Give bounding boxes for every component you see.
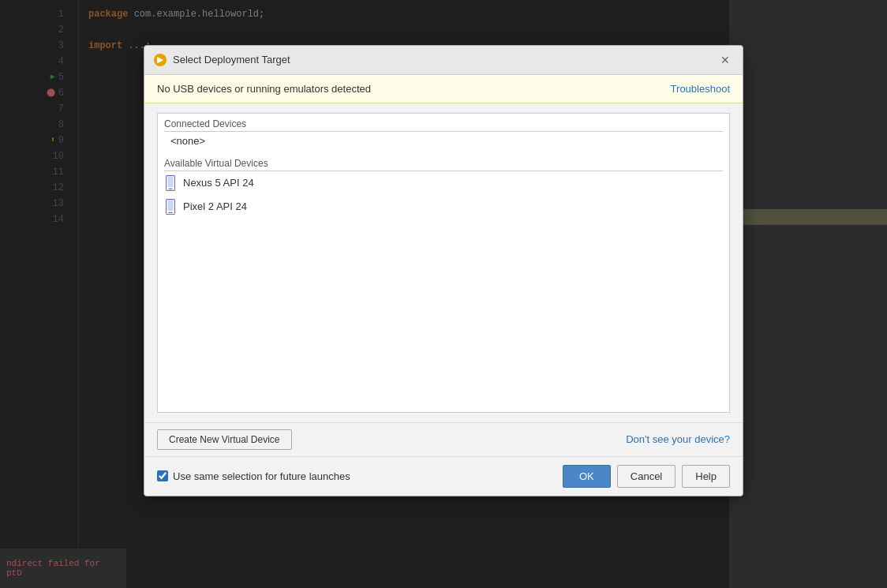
available-virtual-devices-header: Available Virtual Devices bbox=[158, 153, 729, 170]
warning-message: No USB devices or running emulators dete… bbox=[157, 83, 371, 95]
device-list-container: Connected Devices <none> Available Virtu… bbox=[157, 113, 730, 413]
phone-icon-nexus5 bbox=[164, 175, 177, 191]
phone-icon-pixel2 bbox=[164, 199, 177, 215]
select-deployment-dialog: ▶ Select Deployment Target ✕ No USB devi… bbox=[144, 45, 743, 496]
dialog-title-icon: ▶ bbox=[154, 54, 167, 66]
dialog-button-group: OK Cancel Help bbox=[563, 465, 730, 488]
checkbox-row: Use same selection for future launches bbox=[157, 470, 350, 482]
create-new-virtual-device-button[interactable]: Create New Virtual Device bbox=[157, 429, 292, 450]
warning-banner: No USB devices or running emulators dete… bbox=[144, 75, 743, 103]
cancel-button[interactable]: Cancel bbox=[617, 465, 676, 488]
svg-rect-2 bbox=[167, 176, 173, 187]
dialog-title: Select Deployment Target bbox=[173, 54, 711, 66]
dialog-titlebar: ▶ Select Deployment Target ✕ bbox=[144, 46, 743, 75]
none-item: <none> bbox=[158, 132, 729, 153]
device-name-pixel2: Pixel 2 API 24 bbox=[183, 200, 247, 212]
device-item-pixel2[interactable]: Pixel 2 API 24 bbox=[158, 195, 729, 219]
same-selection-checkbox[interactable] bbox=[157, 470, 168, 481]
device-item-nexus5[interactable]: Nexus 5 API 24 bbox=[158, 171, 729, 195]
svg-rect-5 bbox=[167, 200, 173, 211]
help-button[interactable]: Help bbox=[682, 465, 730, 488]
dialog-footer-bottom: Use same selection for future launches O… bbox=[144, 456, 743, 496]
troubleshoot-link[interactable]: Troubleshoot bbox=[671, 83, 730, 95]
svg-rect-1 bbox=[168, 188, 172, 189]
close-button[interactable]: ✕ bbox=[717, 52, 733, 68]
dialog-overlay: ▶ Select Deployment Target ✕ No USB devi… bbox=[0, 0, 887, 588]
android-icon: ▶ bbox=[157, 55, 163, 64]
dialog-footer-top: Create New Virtual Device Don't see your… bbox=[144, 422, 743, 456]
connected-devices-header: Connected Devices bbox=[158, 114, 729, 131]
ok-button[interactable]: OK bbox=[563, 465, 611, 488]
dont-see-device-link[interactable]: Don't see your device? bbox=[626, 433, 730, 445]
svg-rect-4 bbox=[168, 212, 172, 212]
device-name-nexus5: Nexus 5 API 24 bbox=[183, 177, 254, 189]
same-selection-label: Use same selection for future launches bbox=[173, 470, 350, 482]
